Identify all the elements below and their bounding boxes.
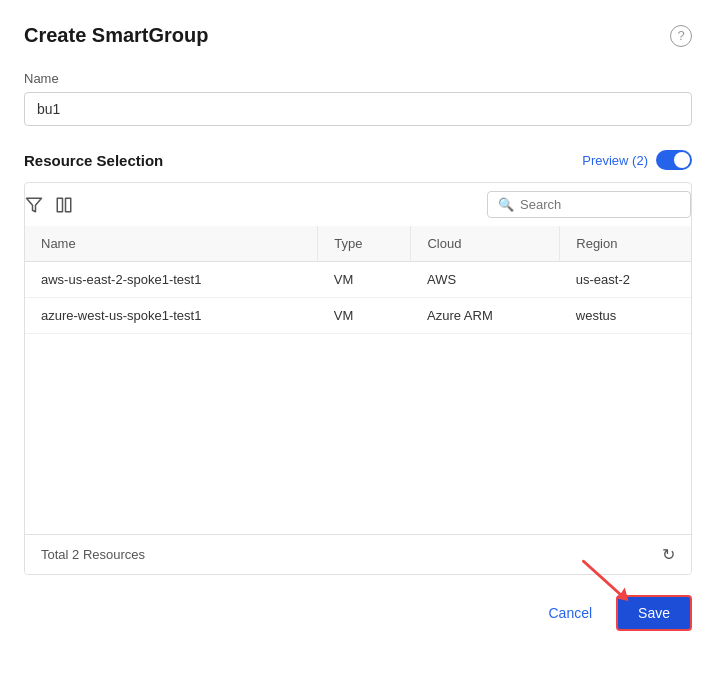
resource-table-container: 🔍 Name Type Cloud Region aws-us-east-2-s…	[24, 182, 692, 575]
cell-cloud: AWS	[411, 262, 560, 298]
page-header: Create SmartGroup ?	[24, 24, 692, 47]
toolbar-left	[25, 196, 73, 214]
cell-region: us-east-2	[560, 262, 691, 298]
total-resources-label: Total 2 Resources	[41, 547, 145, 562]
col-type: Type	[318, 226, 411, 262]
preview-toggle[interactable]	[656, 150, 692, 170]
table-row: azure-west-us-spoke1-test1VMAzure ARMwes…	[25, 298, 691, 334]
resource-table: Name Type Cloud Region aws-us-east-2-spo…	[25, 226, 691, 534]
cell-name: azure-west-us-spoke1-test1	[25, 298, 318, 334]
cell-type: VM	[318, 262, 411, 298]
svg-line-3	[584, 561, 622, 595]
search-input[interactable]	[520, 197, 680, 212]
cell-name: aws-us-east-2-spoke1-test1	[25, 262, 318, 298]
search-icon: 🔍	[498, 197, 514, 212]
svg-rect-2	[66, 198, 71, 212]
name-label: Name	[24, 71, 692, 86]
empty-row	[25, 334, 691, 534]
resource-section-header: Resource Selection Preview (2)	[24, 150, 692, 170]
page-title: Create SmartGroup	[24, 24, 209, 47]
col-name: Name	[25, 226, 318, 262]
search-box[interactable]: 🔍	[487, 191, 691, 218]
cell-cloud: Azure ARM	[411, 298, 560, 334]
cell-type: VM	[318, 298, 411, 334]
cell-region: westus	[560, 298, 691, 334]
col-cloud: Cloud	[411, 226, 560, 262]
col-region: Region	[560, 226, 691, 262]
action-footer: Cancel Save	[24, 595, 692, 631]
table-row: aws-us-east-2-spoke1-test1VMAWSus-east-2	[25, 262, 691, 298]
name-input[interactable]	[24, 92, 692, 126]
filter-icon[interactable]	[25, 196, 43, 214]
svg-rect-1	[57, 198, 62, 212]
preview-area: Preview (2)	[582, 150, 692, 170]
preview-link[interactable]: Preview (2)	[582, 153, 648, 168]
arrow-indicator	[576, 555, 636, 605]
resource-section-title: Resource Selection	[24, 152, 163, 169]
columns-icon[interactable]	[55, 196, 73, 214]
table-header-row: Name Type Cloud Region	[25, 226, 691, 262]
help-icon[interactable]: ?	[670, 25, 692, 47]
toolbar: 🔍	[25, 183, 691, 226]
refresh-icon[interactable]: ↻	[662, 545, 675, 564]
svg-marker-0	[27, 198, 42, 212]
